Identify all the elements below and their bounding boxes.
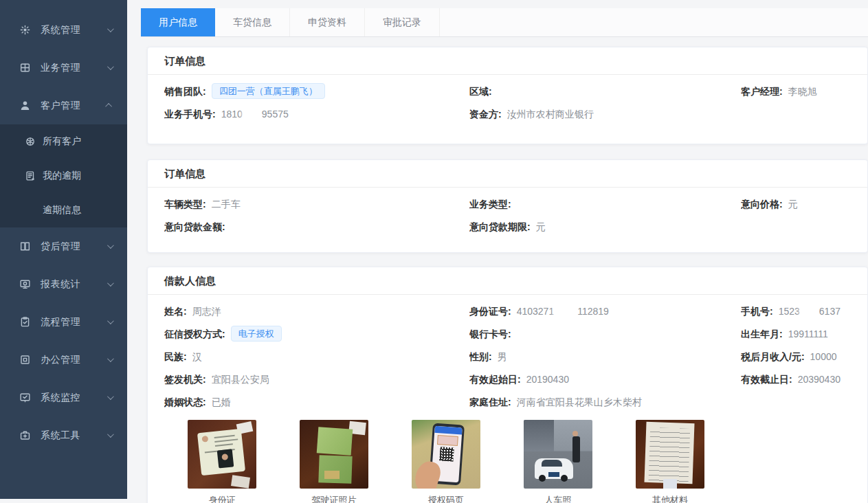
- tab-loan-application-docs[interactable]: 申贷资料: [290, 8, 365, 36]
- order-info-card-2: 订单信息 车辆类型:二手车 业务类型: 意向价格:元 意向贷款金额: 意向贷款期…: [147, 159, 868, 253]
- redaction-box: [555, 306, 577, 315]
- field-intended-loan-amount: 意向贷款金额:: [164, 219, 469, 235]
- card-title: 订单信息: [148, 47, 867, 75]
- document-photo-thumb: [636, 420, 704, 489]
- field-funding-party: 资金方:汝州市农村商业银行: [469, 106, 741, 122]
- photo-caption: 其他材料: [636, 494, 704, 503]
- field-monthly-income: 税后月收入/元:10000: [741, 348, 851, 365]
- user-icon: [19, 100, 31, 111]
- sidebar-item-process-management[interactable]: 流程管理: [0, 303, 127, 341]
- sidebar-item-system-management[interactable]: 系统管理: [0, 11, 127, 49]
- sidebar-item-label: 所有客户: [43, 135, 81, 148]
- field-valid-from: 有效起始日:20190430: [469, 371, 741, 388]
- person-car-photo[interactable]: 人车照: [524, 420, 592, 503]
- card-title: 借款人信息: [148, 267, 867, 295]
- field-issuing-authority: 签发机关:宜阳县公安局: [164, 371, 469, 388]
- field-birth-date: 出生年月:19911111: [741, 326, 851, 342]
- field-ethnicity: 民族:汉: [164, 348, 469, 365]
- sidebar-item-label: 我的逾期: [43, 170, 81, 182]
- field-mobile-phone: 手机号:15236137: [741, 303, 851, 320]
- sidebar-item-office-management[interactable]: 办公管理: [0, 341, 127, 379]
- sales-team-tag[interactable]: 四团一营（直属王鹏飞）: [212, 83, 325, 99]
- phone-qr-photo-thumb: [412, 420, 480, 489]
- chevron-down-icon: [107, 242, 114, 249]
- phone-qr-photo[interactable]: 授权码页: [412, 420, 480, 503]
- chevron-down-icon: [107, 431, 114, 438]
- sidebar-item-label: 系统管理: [41, 24, 80, 36]
- chevron-up-icon: [105, 103, 112, 110]
- chevron-down-icon: [107, 355, 114, 362]
- field-region: 区域:: [469, 83, 741, 100]
- photo-caption: 授权码页: [412, 494, 480, 503]
- toolbox-icon: [19, 429, 31, 441]
- field-home-address: 家庭住址:河南省宜阳县花果山乡木柴村: [469, 394, 741, 410]
- sidebar: 系统管理 业务管理 客户管理 所有客户 我的逾期 逾期信息: [0, 0, 127, 499]
- monitor-check-icon: [19, 392, 31, 403]
- sidebar-item-all-customers[interactable]: 所有客户: [0, 124, 127, 159]
- person-car-photo-thumb: [524, 420, 592, 489]
- clipboard-check-icon: [19, 316, 31, 328]
- notebook-icon: [25, 170, 36, 181]
- book-icon: [19, 241, 31, 252]
- tab-approval-records[interactable]: 审批记录: [365, 8, 440, 36]
- gear-icon: [19, 24, 31, 36]
- field-name: 姓名:周志洋: [164, 303, 469, 320]
- sidebar-item-business-management[interactable]: 业务管理: [0, 49, 127, 87]
- photo-caption: 身份证: [188, 494, 256, 503]
- borrower-info-card: 借款人信息 姓名:周志洋 身份证号:4103271112819 手机号:1523…: [147, 267, 868, 503]
- field-valid-to: 有效截止日:20390430: [741, 371, 851, 388]
- sidebar-item-label: 逾期信息: [43, 204, 81, 216]
- sidebar-item-overdue-info[interactable]: 逾期信息: [0, 193, 127, 227]
- customer-detail-page: { "colors": { "sidebar_bg": "#304156", "…: [0, 0, 868, 503]
- photo-caption: 人车照: [524, 494, 592, 503]
- sidebar-item-system-monitor[interactable]: 系统监控: [0, 379, 127, 416]
- field-business-type: 业务类型:: [469, 196, 741, 212]
- redaction-box: [243, 109, 261, 118]
- field-gender: 性别:男: [469, 348, 741, 365]
- customer-management-submenu: 所有客户 我的逾期 逾期信息: [0, 124, 127, 227]
- chevron-down-icon: [107, 317, 114, 324]
- sidebar-item-label: 客户管理: [41, 100, 80, 112]
- box-icon: [19, 354, 31, 366]
- sidebar-item-label: 业务管理: [41, 62, 80, 74]
- sidebar-item-label: 报表统计: [41, 278, 80, 291]
- green-booklet-photo-thumb: [300, 420, 368, 489]
- sidebar-item-label: 贷后管理: [41, 241, 80, 253]
- field-id-number: 身份证号:4103271112819: [469, 303, 741, 320]
- redaction-box: [801, 306, 819, 315]
- id-card-photo[interactable]: 身份证: [188, 420, 256, 503]
- field-intended-price: 意向价格:元: [741, 196, 851, 212]
- sidebar-item-system-tools[interactable]: 系统工具: [0, 416, 127, 454]
- field-sales-team: 销售团队:四团一营（直属王鹏飞）: [164, 83, 469, 100]
- card-title: 订单信息: [148, 160, 867, 188]
- field-vehicle-type: 车辆类型:二手车: [164, 196, 469, 212]
- sidebar-item-postloan-management[interactable]: 贷后管理: [0, 227, 127, 265]
- borrower-photo-gallery: 身份证 驾驶证照片 授权码页: [188, 420, 851, 503]
- tab-user-info[interactable]: 用户信息: [141, 8, 215, 36]
- credit-auth-tag[interactable]: 电子授权: [231, 326, 282, 342]
- chevron-down-icon: [107, 280, 114, 287]
- tab-car-loan-info[interactable]: 车贷信息: [215, 8, 290, 36]
- detail-tabs: 用户信息 车贷信息 申贷资料 审批记录: [141, 8, 868, 37]
- wheel-icon: [25, 136, 36, 147]
- photo-caption: 驾驶证照片: [300, 494, 368, 503]
- green-booklet-photo[interactable]: 驾驶证照片: [300, 420, 368, 503]
- sidebar-item-label: 办公管理: [41, 354, 80, 366]
- sidebar-item-label: 系统监控: [41, 392, 80, 404]
- field-intended-loan-term: 意向贷款期限:元: [469, 219, 741, 235]
- id-card-photo-thumb: [188, 420, 256, 489]
- document-photo[interactable]: 其他材料: [636, 420, 704, 503]
- sidebar-item-customer-management[interactable]: 客户管理: [0, 87, 127, 124]
- chevron-down-icon: [107, 63, 114, 70]
- sidebar-item-report-statistics[interactable]: 报表统计: [0, 265, 127, 303]
- field-business-phone: 业务手机号:181095575: [164, 106, 469, 122]
- field-bank-card-number: 银行卡号:: [469, 326, 741, 342]
- sidebar-item-my-overdue[interactable]: 我的逾期: [0, 159, 127, 193]
- sidebar-item-label: 流程管理: [41, 316, 80, 328]
- order-info-card-1: 订单信息 销售团队:四团一营（直属王鹏飞） 区域: 客户经理:李晓旭 业务手机号…: [147, 47, 868, 144]
- field-account-manager: 客户经理:李晓旭: [741, 83, 851, 100]
- monitor-icon: [19, 278, 31, 290]
- grid-icon: [19, 62, 31, 74]
- field-marital-status: 婚姻状态:已婚: [164, 394, 469, 410]
- sidebar-item-label: 系统工具: [41, 429, 80, 442]
